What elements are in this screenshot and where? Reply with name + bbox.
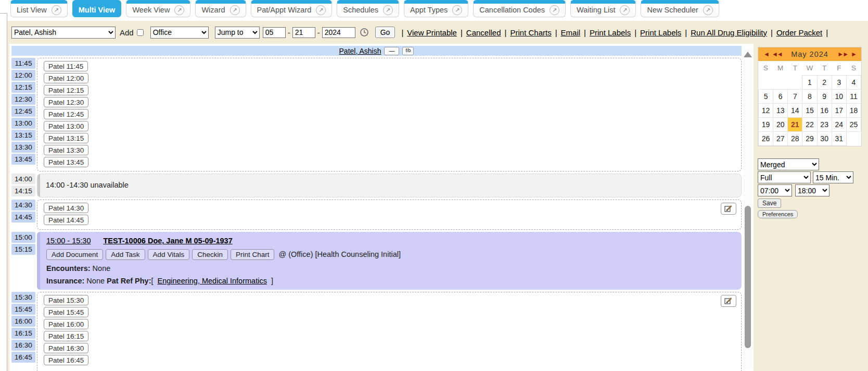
zoom-level-select[interactable]: Full <box>758 171 811 183</box>
tab-appt-types[interactable]: Appt Types↗ <box>404 0 468 17</box>
minimize-column-button[interactable]: — <box>384 47 399 55</box>
open-new-window-icon[interactable]: ↗ <box>383 5 393 15</box>
slot-button-patel-13-45[interactable]: Patel 13:45 <box>44 157 88 167</box>
jump-to-select[interactable]: Jump to <box>215 27 260 39</box>
day-cell-3[interactable]: 3 <box>832 76 846 90</box>
slot-button-patel-16-00[interactable]: Patel 16:00 <box>44 319 88 329</box>
referring-physician-link[interactable]: Engineering, Medical Informatics <box>158 277 267 285</box>
checkin-button[interactable]: Checkin <box>192 249 228 260</box>
open-new-window-icon[interactable]: ↗ <box>452 5 462 15</box>
slot-button-patel-14-30[interactable]: Patel 14:30 <box>44 203 88 213</box>
open-new-window-icon[interactable]: ↗ <box>174 5 184 15</box>
calendar-popup-button[interactable] <box>360 28 369 37</box>
day-cell-22[interactable]: 22 <box>802 118 817 132</box>
tab-multi-view[interactable]: Multi View <box>72 0 122 17</box>
day-cell-20[interactable]: 20 <box>773 118 788 132</box>
add-task-button[interactable]: Add Task <box>106 249 145 260</box>
slot-button-patel-11-45[interactable]: Patel 11:45 <box>44 61 88 71</box>
day-cell-14[interactable]: 14 <box>788 104 802 118</box>
scroll-up-arrow-icon[interactable] <box>744 52 752 57</box>
toolbar-link-print-labels[interactable]: Print Labels <box>590 28 631 37</box>
toolbar-link-order-packet[interactable]: Order Packet <box>776 28 822 37</box>
day-cell-25[interactable]: 25 <box>846 118 861 132</box>
day-cell-29[interactable]: 29 <box>802 132 817 146</box>
day-cell-1[interactable]: 1 <box>802 76 817 90</box>
slot-button-patel-12-30[interactable]: Patel 12:30 <box>44 97 88 107</box>
day-cell-30[interactable]: 30 <box>817 132 832 146</box>
day-cell-10[interactable]: 10 <box>832 90 846 104</box>
day-cell-4[interactable]: 4 <box>846 76 861 90</box>
start-time-select[interactable]: 07:00 <box>758 184 792 196</box>
facility-select[interactable]: Office <box>150 27 209 39</box>
slot-button-patel-12-00[interactable]: Patel 12:00 <box>44 73 88 83</box>
open-new-window-icon[interactable]: ↗ <box>52 5 61 15</box>
day-cell-13[interactable]: 13 <box>773 104 788 118</box>
add-document-button[interactable]: Add Document <box>46 249 103 260</box>
tab-wizard[interactable]: Wizard↗ <box>195 0 246 17</box>
day-cell-9[interactable]: 9 <box>817 90 832 104</box>
open-new-window-icon[interactable]: ↗ <box>230 5 240 15</box>
tab-pat-appt-wizard[interactable]: Pat/Appt Wizard↗ <box>251 0 333 17</box>
tab-schedules[interactable]: Schedules↗ <box>337 0 399 17</box>
save-button[interactable]: Save <box>758 199 781 208</box>
slot-button-patel-16-30[interactable]: Patel 16:30 <box>44 343 88 353</box>
toolbar-link-run-all-drug-eligibility[interactable]: Run All Drug Eligibility <box>691 28 767 37</box>
open-new-window-icon[interactable]: ↗ <box>550 5 559 15</box>
print-chart-button[interactable]: Print Chart <box>231 249 275 260</box>
provider-header-link[interactable]: Patel, Ashish <box>339 47 381 55</box>
date-day-input[interactable] <box>292 27 315 38</box>
day-cell-18[interactable]: 18 <box>846 104 861 118</box>
interval-select[interactable]: 15 Min. <box>813 171 853 183</box>
day-cell-19[interactable]: 19 <box>759 118 773 132</box>
edit-provider-day-button[interactable] <box>721 203 736 215</box>
end-time-select[interactable]: 18:00 <box>795 184 829 196</box>
open-new-window-icon[interactable]: ↗ <box>620 5 630 15</box>
slot-button-patel-13-15[interactable]: Patel 13:15 <box>44 133 88 143</box>
slot-button-patel-12-15[interactable]: Patel 12:15 <box>44 85 88 95</box>
appointment-time-link[interactable]: 15:00 - 15:30 <box>46 237 91 245</box>
day-cell-15[interactable]: 15 <box>802 104 817 118</box>
add-checkbox[interactable] <box>137 29 144 36</box>
slot-button-patel-14-45[interactable]: Patel 14:45 <box>44 215 88 225</box>
day-cell-31[interactable]: 31 <box>832 132 846 146</box>
patient-link[interactable]: TEST-10006 Doe, Jane M 05-09-1937 <box>103 237 232 245</box>
slot-button-patel-13-00[interactable]: Patel 13:00 <box>44 121 88 131</box>
day-cell-21[interactable]: 21 <box>788 118 802 132</box>
prev-month-icon[interactable]: ◄◄ <box>772 51 782 58</box>
prev-year-icon[interactable]: ◄ <box>763 51 769 58</box>
provider-select[interactable]: Patel, Ashish <box>11 27 116 39</box>
go-button[interactable]: Go <box>375 27 395 38</box>
slot-button-patel-12-45[interactable]: Patel 12:45 <box>44 109 88 119</box>
day-cell-24[interactable]: 24 <box>832 118 846 132</box>
toolbar-link-print-charts[interactable]: Print Charts <box>510 28 551 37</box>
fb-toggle-button[interactable]: f/b <box>402 47 414 55</box>
slot-button-patel-16-45[interactable]: Patel 16:45 <box>44 355 88 365</box>
day-cell-23[interactable]: 23 <box>817 118 832 132</box>
day-cell-5[interactable]: 5 <box>759 90 773 104</box>
day-cell-11[interactable]: 11 <box>846 90 861 104</box>
open-new-window-icon[interactable]: ↗ <box>316 5 326 15</box>
day-cell-16[interactable]: 16 <box>817 104 832 118</box>
toolbar-link-email[interactable]: Email <box>561 28 581 37</box>
tab-cancellation-codes[interactable]: Cancellation Codes↗ <box>473 0 566 17</box>
day-cell-2[interactable]: 2 <box>817 76 832 90</box>
day-cell-26[interactable]: 26 <box>759 132 773 146</box>
add-vitals-button[interactable]: Add Vitals <box>148 249 190 260</box>
tab-list-view[interactable]: List View↗ <box>10 0 68 17</box>
view-mode-select[interactable]: Merged <box>758 158 819 170</box>
day-cell-28[interactable]: 28 <box>788 132 802 146</box>
day-cell-12[interactable]: 12 <box>759 104 773 118</box>
next-year-icon[interactable]: ► <box>851 51 856 58</box>
toolbar-link-view-printable[interactable]: View Printable <box>407 28 457 37</box>
open-new-window-icon[interactable]: ↗ <box>703 5 713 15</box>
vertical-scrollbar[interactable] <box>743 49 752 369</box>
edit-provider-day-button[interactable] <box>721 295 736 307</box>
slot-button-patel-13-30[interactable]: Patel 13:30 <box>44 145 88 155</box>
tab-week-view[interactable]: Week View↗ <box>126 0 190 17</box>
appointment-block[interactable]: 15:00 - 15:30TEST-10006 Doe, Jane M 05-0… <box>37 232 742 290</box>
slot-button-patel-15-45[interactable]: Patel 15:45 <box>44 307 88 317</box>
scrollbar-thumb[interactable] <box>745 206 751 348</box>
next-month-icon[interactable]: ►► <box>837 51 848 58</box>
toolbar-link-print-labels[interactable]: Print Labels <box>640 28 681 37</box>
date-year-input[interactable] <box>322 27 355 38</box>
